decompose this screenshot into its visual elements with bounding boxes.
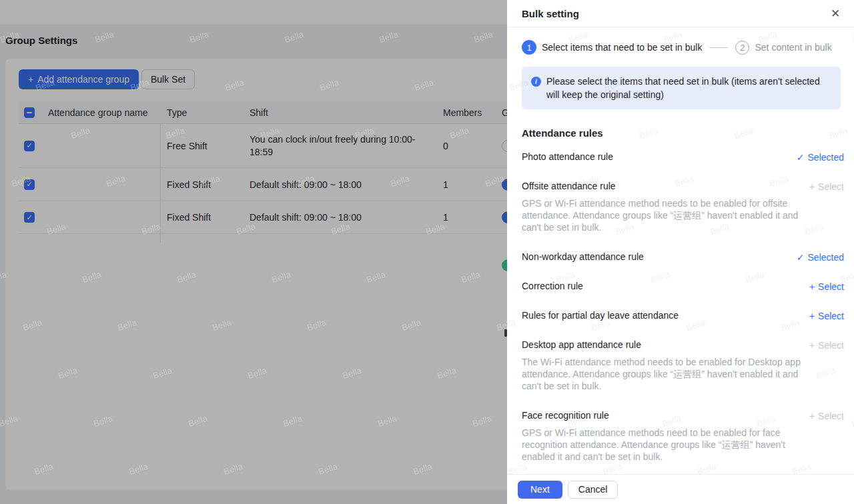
drawer-title: Bulk setting [522, 0, 579, 27]
rule-action-label: Select [818, 311, 844, 321]
rule-description: GPS or Wi-Fi attendance methods need to … [522, 427, 810, 463]
cancel-button[interactable]: Cancel [568, 481, 618, 499]
plus-icon: + [809, 341, 815, 350]
rule-item-partial-day-leave: Rules for partial day leave attendance +… [522, 310, 844, 321]
rule-action-label: Selected [808, 252, 844, 263]
drawer-footer: Next Cancel [507, 474, 854, 504]
check-icon: ✓ [797, 153, 805, 162]
rule-title: Offsite attendance rule [522, 181, 616, 192]
rule-item-non-workday: Non-workday attendance rule ✓ Selected [522, 251, 844, 263]
next-button[interactable]: Next [518, 481, 562, 499]
rule-item-desktop-app: Desktop app attendance rule + Select The… [522, 339, 844, 392]
check-icon: ✓ [797, 253, 805, 262]
rule-action-select-disabled: + Select [809, 181, 844, 192]
plus-icon: + [809, 411, 815, 421]
step-2-circle: 2 [735, 41, 749, 55]
rule-item-face-recognition: Face recognition rule + Select GPS or Wi… [522, 410, 844, 463]
close-icon[interactable]: ✕ [826, 0, 845, 27]
rule-title: Desktop app attendance rule [522, 339, 641, 351]
rule-action-select[interactable]: + Select [809, 311, 844, 321]
rule-title: Photo attendance rule [522, 151, 613, 163]
rule-action-select-disabled: + Select [809, 411, 844, 421]
drawer-header: Bulk setting ✕ [507, 0, 854, 27]
plus-icon: + [809, 182, 815, 191]
bulk-setting-drawer: Bulk setting ✕ 1 Select items that need … [507, 0, 854, 504]
rule-description: GPS or Wi-Fi attendance method needs to … [522, 197, 810, 233]
rule-action-select[interactable]: + Select [809, 281, 844, 292]
rule-title: Face recognition rule [522, 410, 609, 421]
info-banner: i Please select the items that need set … [522, 67, 841, 109]
step-1-label: Select items that need to be set in bulk [542, 42, 702, 53]
step-1-circle: 1 [522, 40, 536, 55]
rule-title: Rules for partial day leave attendance [522, 310, 679, 321]
step-2-label: Set content in bulk [755, 42, 831, 53]
step-indicator: 1 Select items that need to be set in bu… [522, 40, 844, 55]
info-icon: i [531, 77, 541, 87]
rule-item-photo-attendance: Photo attendance rule ✓ Selected [522, 151, 844, 163]
rule-title: Correction rule [522, 281, 583, 292]
rule-item-correction: Correction rule + Select [522, 281, 844, 292]
plus-icon: + [809, 282, 815, 291]
info-banner-text: Please select the items that need set in… [546, 75, 830, 101]
plus-icon: + [809, 311, 815, 321]
rule-description: The Wi-Fi attendance method needs to be … [522, 356, 810, 392]
rule-action-selected[interactable]: ✓ Selected [797, 252, 844, 263]
rule-action-selected[interactable]: ✓ Selected [797, 152, 844, 163]
rule-title: Non-workday attendance rule [522, 251, 644, 263]
rule-action-select-disabled: + Select [809, 340, 844, 351]
rule-action-label: Selected [808, 152, 844, 163]
rule-action-label: Select [818, 340, 844, 351]
rule-item-offsite-attendance: Offsite attendance rule + Select GPS or … [522, 181, 844, 233]
drawer-body: 1 Select items that need to be set in bu… [522, 27, 844, 474]
rule-action-label: Select [818, 411, 844, 421]
step-connector [709, 47, 728, 48]
rule-action-label: Select [818, 281, 844, 292]
rule-action-label: Select [818, 181, 844, 192]
section-title-attendance-rules: Attendance rules [522, 127, 844, 139]
